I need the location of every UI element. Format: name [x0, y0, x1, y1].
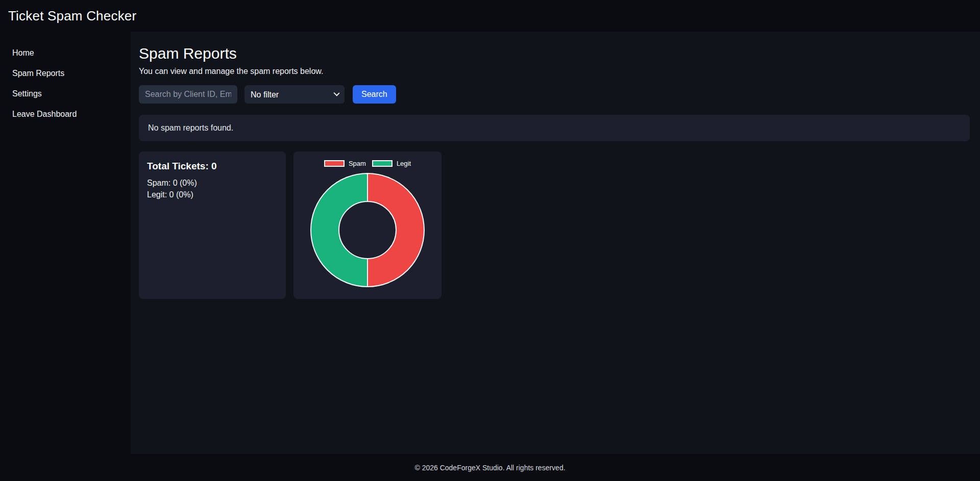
search-input[interactable]: [139, 85, 237, 104]
page-title: Spam Reports: [139, 45, 970, 62]
sidebar-item-leave-dashboard[interactable]: Leave Dashboard: [0, 104, 131, 124]
layout: Home Spam Reports Settings Leave Dashboa…: [0, 32, 980, 454]
stats-spam: Spam: 0 (0%): [147, 177, 278, 189]
sidebar: Home Spam Reports Settings Leave Dashboa…: [0, 32, 131, 454]
search-button[interactable]: Search: [353, 85, 396, 104]
legend-label: Legit: [397, 160, 411, 167]
legend-swatch: [324, 160, 345, 167]
app-title: Ticket Spam Checker: [8, 8, 136, 24]
cards-row: Total Tickets: 0 Spam: 0 (0%) Legit: 0 (…: [139, 151, 970, 299]
page-subtitle: You can view and manage the spam reports…: [139, 67, 970, 76]
filter-select-wrap: No filter: [244, 85, 345, 104]
stats-total: Total Tickets: 0: [147, 161, 278, 172]
legend-swatch: [372, 160, 393, 167]
sidebar-item-settings[interactable]: Settings: [0, 84, 131, 104]
no-reports-alert: No spam reports found.: [139, 115, 970, 141]
stats-card: Total Tickets: 0 Spam: 0 (0%) Legit: 0 (…: [139, 151, 286, 299]
main-content: Spam Reports You can view and manage the…: [131, 32, 980, 454]
app-footer: © 2026 CodeForgeX Studio. All rights res…: [0, 454, 980, 481]
chart-legend: SpamLegit: [324, 160, 411, 167]
legend-item-legit[interactable]: Legit: [372, 160, 411, 167]
filter-select[interactable]: No filter: [244, 85, 345, 104]
chart-card: SpamLegit: [293, 151, 442, 299]
donut-slice-legit: [311, 173, 368, 287]
stats-legit: Legit: 0 (0%): [147, 189, 278, 200]
sidebar-item-spam-reports[interactable]: Spam Reports: [0, 63, 131, 84]
footer-copyright: © 2026 CodeForgeX Studio. All rights res…: [414, 464, 565, 472]
app-header: Ticket Spam Checker: [0, 0, 980, 32]
sidebar-item-home[interactable]: Home: [0, 43, 131, 63]
legend-label: Spam: [349, 160, 366, 167]
no-reports-alert-text: No spam reports found.: [148, 123, 233, 132]
search-controls: No filter Search: [139, 85, 970, 104]
donut-slice-spam: [368, 173, 424, 287]
donut-chart: [310, 172, 425, 288]
legend-item-spam[interactable]: Spam: [324, 160, 366, 167]
